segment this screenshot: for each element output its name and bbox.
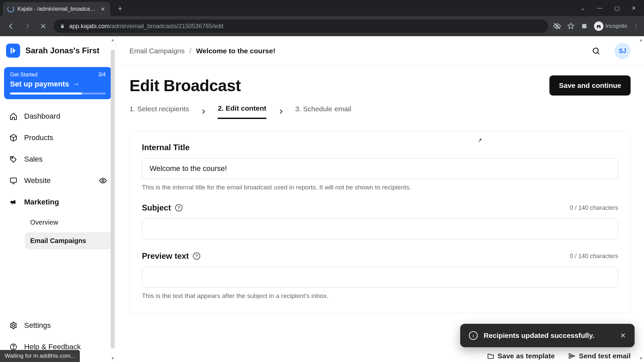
minimize-icon[interactable]: — [597,5,602,11]
subject-char-counter: 0 / 140 characters [570,204,618,212]
internal-title-label: Internal Title [142,143,190,152]
kebab-menu-icon[interactable]: ⋮ [633,23,639,29]
get-started-action: Set up payments [10,80,69,88]
incognito-label: Incognito [605,23,627,29]
scroll-up-icon[interactable]: ▲ [111,36,115,44]
back-button[interactable] [5,20,17,32]
extensions-icon[interactable] [581,22,588,30]
arrow-right-icon: → [72,80,80,88]
incognito-icon [594,21,603,31]
marketing-subnav: Overview Email Campaigns [3,214,112,249]
svg-point-2 [12,158,13,159]
progress-bar-fill [10,93,82,95]
lock-icon [60,23,65,29]
brand-header[interactable]: Sarah Jonas's First [0,36,116,65]
breadcrumb-root[interactable]: Email Campaigns [129,47,185,55]
page-title: Edit Broadcast [129,76,241,95]
subnav-overview[interactable]: Overview [25,214,112,231]
eye-icon[interactable] [99,177,107,185]
scroll-down-icon[interactable]: ▼ [111,355,115,362]
sidebar-item-marketing[interactable]: Marketing [3,192,112,212]
folder-icon [487,352,494,360]
subject-label: Subject [142,203,171,213]
sidebar-item-label: Settings [24,321,51,330]
internal-title-input[interactable] [142,158,618,179]
gear-icon [9,321,18,329]
stop-reload-button[interactable] [38,20,49,32]
home-icon [9,112,18,120]
sidebar-item-label: Products [24,133,53,142]
breadcrumb: Email Campaigns / Welcome to the course! [129,47,275,55]
tab-title: Kajabi - /admin/email_broadcasts [17,6,97,12]
sidebar-item-website[interactable]: Website [3,171,112,190]
get-started-card[interactable]: Get Started 3/4 Set up payments → [4,67,112,99]
new-tab-button[interactable]: + [114,3,126,15]
toast-close-button[interactable]: ✕ [620,331,626,340]
window-controls: ⌄ — ▢ ✕ [581,0,644,16]
tag-icon [9,155,18,163]
forward-button [21,20,33,32]
browser-tab[interactable]: Kajabi - /admin/email_broadcasts ✕ [3,2,110,16]
brand-logo [6,44,20,58]
main-scrollbar[interactable]: ▲ ▼ [638,36,644,362]
toast: i Recipients updated successfully. ✕ [460,324,635,347]
user-avatar[interactable]: SJ [614,43,631,59]
bookmark-star-icon[interactable] [567,22,575,30]
step-schedule-email[interactable]: 3. Schedule email [295,105,351,118]
breadcrumb-current: Welcome to the course! [196,47,275,55]
sidebar-item-settings[interactable]: Settings [3,316,112,335]
sidebar-item-label: Sales [24,155,43,164]
close-window-icon[interactable]: ✕ [632,5,636,11]
progress-bar [10,93,106,95]
browser-chrome: Kajabi - /admin/email_broadcasts ✕ + ⌄ —… [0,0,644,36]
help-tooltip-icon[interactable]: ? [193,252,200,260]
sidebar-nav: Dashboard Products Sales Website Marketi… [0,105,116,251]
preview-char-counter: 0 / 140 characters [570,253,618,260]
sidebar-item-products[interactable]: Products [3,128,112,147]
sidebar: Sarah Jonas's First Get Started 3/4 Set … [0,36,116,362]
toolbar-icons: Incognito ⋮ [553,21,639,31]
svg-rect-1 [582,24,587,28]
app-root: Sarah Jonas's First Get Started 3/4 Set … [0,36,644,362]
footer-actions: Save as template Send test email [487,352,631,360]
address-bar[interactable]: app.kajabi.com/admin/email_broadcasts/21… [54,19,548,33]
address-bar-row: app.kajabi.com/admin/email_broadcasts/21… [0,16,644,36]
save-as-template-button[interactable]: Save as template [487,352,555,360]
box-icon [9,134,18,142]
chevron-right-icon [278,109,284,115]
preview-text-helper: This is the text that appears after the … [142,292,618,300]
subject-input[interactable] [142,219,618,239]
chevron-down-icon[interactable]: ⌄ [581,5,585,11]
send-test-email-button[interactable]: Send test email [568,352,631,360]
scrollbar-thumb[interactable] [111,50,115,349]
get-started-progress: 3/4 [98,72,106,78]
maximize-icon[interactable]: ▢ [614,5,620,11]
sidebar-scrollbar[interactable]: ▲ ▼ [110,36,116,362]
svg-point-5 [12,324,14,326]
scroll-down-icon[interactable]: ▼ [639,355,643,362]
sidebar-item-label: Marketing [24,198,59,206]
sidebar-item-dashboard[interactable]: Dashboard [3,107,112,126]
loading-spinner-icon [7,6,14,12]
search-button[interactable] [591,46,601,56]
preview-text-input[interactable] [142,267,618,288]
preview-text-label: Preview text [142,251,189,261]
status-bar: Waiting for m.addthis.com... [0,350,80,362]
tab-strip: Kajabi - /admin/email_broadcasts ✕ + ⌄ —… [0,0,644,16]
profile-button[interactable]: Incognito [594,21,627,31]
main: Email Campaigns / Welcome to the course!… [116,36,644,362]
close-tab-icon[interactable]: ✕ [100,6,105,12]
svg-point-4 [102,180,104,182]
step-edit-content[interactable]: 2. Edit content [218,104,266,119]
step-tabs: 1. Select recipients 2. Edit content 3. … [129,104,631,119]
info-icon: i [469,331,478,340]
sidebar-item-sales[interactable]: Sales [3,149,112,169]
help-tooltip-icon[interactable]: ? [175,204,182,212]
subnav-email-campaigns[interactable]: Email Campaigns [25,232,112,249]
brand-name: Sarah Jonas's First [25,46,99,55]
scroll-up-icon[interactable]: ▲ [639,36,643,44]
form-card: Internal Title This is the internal titl… [129,131,631,313]
tracking-off-icon[interactable] [553,22,561,30]
save-and-continue-button[interactable]: Save and continue [549,75,631,96]
step-select-recipients[interactable]: 1. Select recipients [129,105,189,118]
